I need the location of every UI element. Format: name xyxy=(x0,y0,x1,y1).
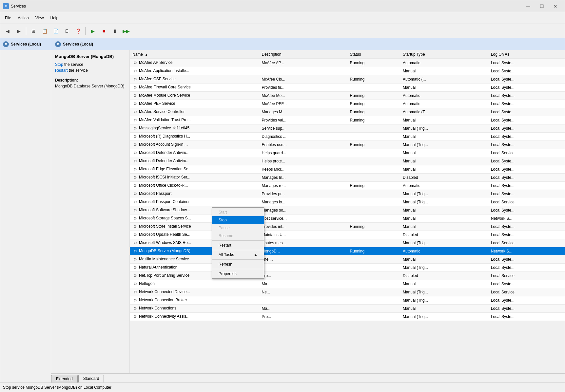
table-row[interactable]: ⚙McAfee Module Core ServiceMcAfee Mo...R… xyxy=(130,92,565,100)
properties-button[interactable]: 🗒 xyxy=(62,26,72,36)
service-logon-cell: Local Service xyxy=(488,288,565,296)
back-button[interactable]: ◀ xyxy=(2,26,13,36)
service-name-cell: ⚙Network Connected Device... xyxy=(130,288,259,296)
service-desc-cell: Maintains U... xyxy=(259,231,347,239)
export-button[interactable]: 📄 xyxy=(50,26,61,36)
context-all-tasks[interactable]: All Tasks ▶ xyxy=(212,251,264,259)
tab-extended[interactable]: Extended xyxy=(51,375,78,383)
service-status-cell xyxy=(347,280,400,288)
table-row[interactable]: ⚙Microsoft Defender Antiviru...Helps pro… xyxy=(130,157,565,165)
table-row[interactable]: ⚙Natural AuthenticationManual (Trig...Lo… xyxy=(130,264,565,272)
right-panel: ⚙ Services (Local) MongoDB Server (Mongo… xyxy=(51,38,565,383)
service-gear-icon: ⚙ xyxy=(132,249,138,254)
table-row[interactable]: ⚙MongoDB Server (MongoDB)MongoD...Runnin… xyxy=(130,247,565,255)
maximize-button[interactable]: ☐ xyxy=(535,2,548,11)
tab-standard[interactable]: Standard xyxy=(78,375,104,383)
context-pause[interactable]: Pause xyxy=(212,224,264,232)
status-text: Stop service MongoDB Server (MongoDB) on… xyxy=(3,385,111,390)
services-table-container[interactable]: Name ▲ Description Status Startup Type L… xyxy=(130,50,565,373)
table-row[interactable]: ⚙McAfee Application Installe...ManualLoc… xyxy=(130,67,565,75)
close-button[interactable]: ✕ xyxy=(549,2,562,11)
table-row[interactable]: ⚙MessagingService_fd11c645Service sup...… xyxy=(130,124,565,133)
context-restart[interactable]: Restart xyxy=(212,241,264,249)
service-startup-cell: Manual xyxy=(400,165,488,174)
table-row[interactable]: ⚙Microsoft (R) Diagnostics H...Diagnosti… xyxy=(130,133,565,141)
service-logon-cell: Local Service xyxy=(488,198,565,206)
table-row[interactable]: ⚙Microsoft Account Sign-in ...Enables us… xyxy=(130,141,565,149)
table-row[interactable]: ⚙Microsoft Office Click-to-R...Manages r… xyxy=(130,182,565,190)
service-startup-cell: Disabled xyxy=(400,231,488,239)
table-row[interactable]: ⚙Net.Tcp Port Sharing ServicePro...Disab… xyxy=(130,272,565,280)
table-row[interactable]: ⚙Network ConnectionsMa...ManualLocal Sys… xyxy=(130,305,565,313)
view-button[interactable]: ⊞ xyxy=(28,26,39,36)
service-logon-cell: Local Service xyxy=(488,239,565,247)
col-header-description[interactable]: Description xyxy=(259,50,347,59)
table-row[interactable]: ⚙Network Connection BrokerManual (Trig..… xyxy=(130,296,565,305)
context-stop[interactable]: Stop xyxy=(212,216,264,224)
table-row[interactable]: ⚙Microsoft Windows SMS Ro...Routes mes..… xyxy=(130,239,565,247)
table-row[interactable]: ⚙Microsoft PassportProvides pr...Manual … xyxy=(130,190,565,198)
menu-file[interactable]: File xyxy=(2,14,14,22)
col-header-logon[interactable]: Log On As xyxy=(488,50,565,59)
show-console-button[interactable]: 📋 xyxy=(39,26,50,36)
pause-service-button[interactable]: ⏸ xyxy=(110,26,120,36)
table-row[interactable]: ⚙McAfee AP ServiceMcAfee AP ...RunningAu… xyxy=(130,59,565,67)
forward-button[interactable]: ▶ xyxy=(13,26,24,36)
service-startup-cell: Manual xyxy=(400,133,488,141)
help-button[interactable]: ❓ xyxy=(73,26,83,36)
service-desc-cell xyxy=(259,296,347,305)
col-header-startup[interactable]: Startup Type xyxy=(400,50,488,59)
context-resume[interactable]: Resume xyxy=(212,232,264,240)
menu-action[interactable]: Action xyxy=(14,14,32,22)
service-gear-icon: ⚙ xyxy=(132,257,138,262)
service-gear-icon: ⚙ xyxy=(132,118,138,123)
table-row[interactable]: ⚙McAfee Validation Trust Pro...Provides … xyxy=(130,116,565,124)
menu-help[interactable]: Help xyxy=(47,14,62,22)
table-row[interactable]: ⚙Microsoft Software Shadow...Manages so.… xyxy=(130,206,565,215)
stop-service-button[interactable]: ■ xyxy=(99,26,109,36)
table-row[interactable]: ⚙Microsoft Update Health Se...Maintains … xyxy=(130,231,565,239)
service-startup-cell: Manual xyxy=(400,84,488,92)
description-text: MongoDB Database Server (MongoDB) xyxy=(55,84,126,88)
table-row[interactable]: ⚙Network Connectivity Assis...Pro...Manu… xyxy=(130,313,565,321)
table-row[interactable]: ⚙McAfee Service ControllerManages M...Ru… xyxy=(130,108,565,116)
service-startup-cell: Automatic xyxy=(400,100,488,108)
context-refresh[interactable]: Refresh xyxy=(212,260,264,268)
table-row[interactable]: ⚙Network Connected Device...Ne...Manual … xyxy=(130,288,565,296)
menu-view[interactable]: View xyxy=(32,14,47,22)
table-row[interactable]: ⚙Microsoft Store Install ServiceProvides… xyxy=(130,223,565,231)
table-row[interactable]: ⚙Microsoft Defender Antiviru...Helps gua… xyxy=(130,149,565,157)
service-logon-cell: Local Syste... xyxy=(488,190,565,198)
start-service-button[interactable]: ▶ xyxy=(88,26,98,36)
service-startup-cell: Automatic xyxy=(400,92,488,100)
restart-service-link[interactable]: Restart the service xyxy=(55,68,126,73)
context-start[interactable]: Start xyxy=(212,208,264,216)
service-status-cell xyxy=(347,206,400,215)
service-logon-cell: Network S... xyxy=(488,215,565,223)
service-startup-cell: Automatic (T... xyxy=(400,108,488,116)
context-properties[interactable]: Properties xyxy=(212,270,264,278)
minimize-button[interactable]: — xyxy=(521,2,535,11)
service-logon-cell: Local Syste... xyxy=(488,141,565,149)
service-desc-cell xyxy=(259,67,347,75)
table-row[interactable]: ⚙Microsoft Storage Spaces S...Host servi… xyxy=(130,215,565,223)
resume-service-button[interactable]: ▶▶ xyxy=(121,26,131,36)
col-header-name[interactable]: Name ▲ xyxy=(130,50,259,59)
service-status-cell xyxy=(347,149,400,157)
table-row[interactable]: ⚙Mozilla Maintenance ServiceThe ...Manua… xyxy=(130,255,565,264)
table-row[interactable]: ⚙Microsoft Passport ContainerManages lo.… xyxy=(130,198,565,206)
table-row[interactable]: ⚙McAfee CSP ServiceMcAfee Clo...RunningA… xyxy=(130,75,565,84)
table-row[interactable]: ⚙Microsoft iSCSI Initiator Ser...Manages… xyxy=(130,174,565,182)
col-header-status[interactable]: Status xyxy=(347,50,400,59)
table-row[interactable]: ⚙McAfee Firewall Core ServiceProvides fi… xyxy=(130,84,565,92)
stop-service-link[interactable]: Stop the service xyxy=(55,62,126,67)
table-row[interactable]: ⚙NetlogonMa...ManualLocal Syste... xyxy=(130,280,565,288)
table-row[interactable]: ⚙Microsoft Edge Elevation Se...Keeps Mic… xyxy=(130,165,565,174)
sidebar-icon: ⚙ xyxy=(3,41,9,47)
service-name-cell: ⚙McAfee Validation Trust Pro... xyxy=(130,116,259,124)
service-logon-cell: Local Syste... xyxy=(488,231,565,239)
table-row[interactable]: ⚙McAfee PEF ServiceMcAfee PEF...RunningA… xyxy=(130,100,565,108)
panel-icon: ⚙ xyxy=(55,41,61,47)
service-name-cell: ⚙Microsoft Account Sign-in ... xyxy=(130,141,259,149)
service-startup-cell: Manual (Trig... xyxy=(400,288,488,296)
